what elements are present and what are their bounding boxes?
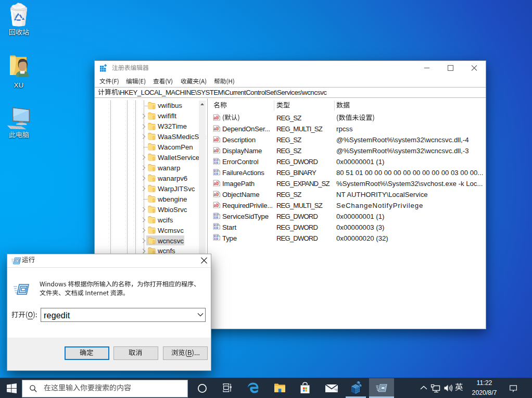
svg-text:110: 110 [213, 216, 218, 218]
svg-text:110: 110 [213, 172, 218, 175]
svg-text:ab: ab [213, 192, 219, 196]
svg-text:ab: ab [213, 138, 219, 142]
svg-text:ab: ab [213, 148, 219, 153]
svg-text:110: 110 [213, 161, 218, 164]
svg-text:110: 110 [213, 238, 218, 240]
svg-text:110: 110 [213, 227, 218, 229]
svg-text:ab: ab [213, 116, 219, 120]
svg-text:ab: ab [213, 181, 219, 185]
svg-text:ab: ab [213, 127, 219, 131]
svg-text:ab: ab [213, 203, 219, 207]
